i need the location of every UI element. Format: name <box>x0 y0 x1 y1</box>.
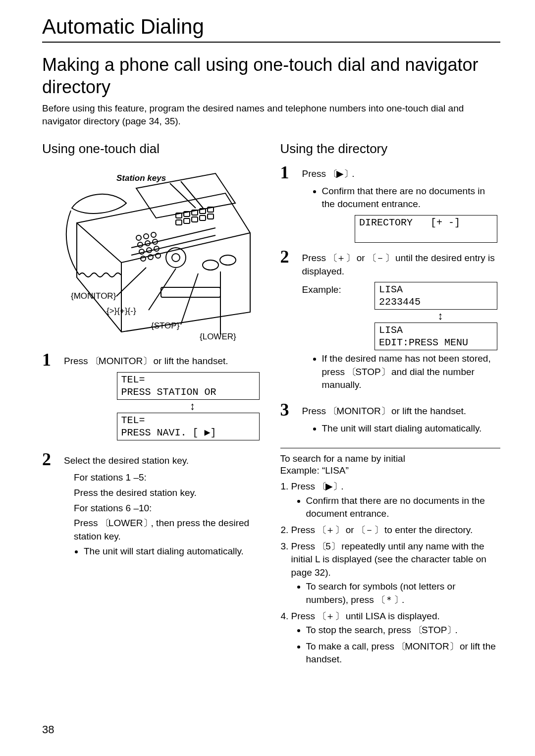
search-step-4: Press ＋ until LISA is displayed. To stop… <box>291 610 501 666</box>
lcd-display: LISA 2233445 <box>374 282 497 310</box>
bullet: To stop the search, press STOP. <box>306 624 501 637</box>
lcd-display: LISA EDIT:PRESS MENU <box>374 323 497 350</box>
text: Press <box>64 356 91 366</box>
right-step-1: 1 Press ▶. Confirm that there are no doc… <box>280 163 501 243</box>
lcd-display: DIRECTORY [+ -] <box>355 215 497 243</box>
text: Press <box>291 611 318 621</box>
minus-key: － <box>357 525 382 535</box>
svg-rect-11 <box>208 214 214 219</box>
stop-key: STOP <box>414 625 455 635</box>
bullet: To make a call, press MONITOR or lift th… <box>306 640 501 666</box>
text: to enter the directory. <box>382 525 473 535</box>
manual-page: Automatic Dialing Making a phone call us… <box>0 0 535 756</box>
svg-point-25 <box>172 254 180 262</box>
right-step-3: 3 Press MONITOR or lift the handset. The… <box>280 401 501 439</box>
search-example: Example: “LISA” <box>280 465 501 476</box>
svg-rect-10 <box>200 216 206 220</box>
bullet: Confirm that there are no documents in t… <box>306 494 501 521</box>
step-number: 1 <box>280 163 302 243</box>
lcd-display: TEL= PRESS NAVI. [ ▶] <box>117 413 260 440</box>
search-step-1: Press ▶. Confirm that there are no docum… <box>291 480 501 521</box>
left-step-1: 1 Press MONITOR or lift the handset. TEL… <box>42 351 263 445</box>
page-number: 38 <box>42 723 54 736</box>
svg-point-27 <box>220 255 236 265</box>
updown-arrow-icon: ↕ <box>383 311 497 322</box>
two-column-layout: Using one-touch dial <box>42 141 500 669</box>
svg-point-18 <box>139 249 144 254</box>
monitor-key: MONITOR <box>397 641 457 651</box>
right-heading: Using the directory <box>280 141 501 157</box>
step-number: 3 <box>280 401 302 439</box>
lcd-display: TEL= PRESS STATION OR <box>117 372 260 400</box>
text: . <box>341 481 343 491</box>
text: or lift the handset. <box>151 356 228 366</box>
text: Press <box>302 168 329 179</box>
text: Press <box>302 253 329 263</box>
svg-point-24 <box>166 248 186 268</box>
chapter-title: Automatic Dialing <box>42 15 500 43</box>
right-arrow-key: ▶ <box>328 168 352 179</box>
plus-key: ＋ <box>318 525 343 535</box>
search-step-3: Press 5 repeatedly until any name with t… <box>291 540 501 607</box>
svg-line-31 <box>181 273 198 324</box>
text: Press the desired station key. <box>74 486 263 500</box>
right-arrow-key: ▶ <box>318 481 341 491</box>
text: or <box>354 253 367 263</box>
svg-point-12 <box>136 235 141 240</box>
svg-point-14 <box>151 232 156 237</box>
svg-rect-8 <box>184 218 190 223</box>
text: or lift the handset. <box>389 406 466 416</box>
svg-line-30 <box>149 269 176 310</box>
svg-point-26 <box>203 260 218 270</box>
intro-text: Before using this feature, program the d… <box>42 102 500 127</box>
text: . <box>352 168 354 179</box>
digit-5-key: 5 <box>318 541 339 551</box>
example-label: Example: <box>302 282 341 297</box>
text: until LISA is displayed. <box>343 611 439 621</box>
text: Press <box>291 541 318 551</box>
minus-key: － <box>368 253 393 263</box>
updown-arrow-icon: ↕ <box>126 401 260 412</box>
fax-illustration <box>52 163 260 347</box>
left-step-2: 2 Select the desired station key. For st… <box>42 450 263 562</box>
stations-6-10-label: For stations 6 –10: <box>74 502 263 515</box>
text: Press <box>291 481 318 491</box>
text: To stop the search, press <box>306 625 414 635</box>
plus-key: ＋ <box>318 611 343 621</box>
step-number: 2 <box>280 248 302 396</box>
lower-key: LOWER <box>101 518 151 528</box>
left-heading: Using one-touch dial <box>42 141 263 157</box>
bullet: The unit will start dialing automaticall… <box>322 422 501 435</box>
svg-point-13 <box>144 234 149 239</box>
fax-machine-diagram: Station keys {MONITOR} {>}{+}{-} {STOP} … <box>52 163 260 347</box>
label-lower: {LOWER} <box>200 332 236 342</box>
separator <box>280 448 501 448</box>
plus-key: ＋ <box>328 253 354 263</box>
search-heading: To search for a name by initial <box>280 453 501 464</box>
monitor-key: MONITOR <box>91 356 151 366</box>
text: Press <box>302 406 329 416</box>
search-steps: Press ▶. Confirm that there are no docum… <box>280 480 501 666</box>
label-nav-keys: {>}{+}{-} <box>107 306 136 316</box>
page-title: Making a phone call using one-touch dial… <box>42 54 500 98</box>
svg-line-33 <box>170 183 196 208</box>
text: . <box>455 625 457 635</box>
text: Select the desired station key. <box>64 454 263 468</box>
label-stop: {STOP} <box>151 321 179 331</box>
search-step-2: Press ＋ or － to enter the directory. <box>291 524 501 537</box>
label-monitor: {MONITOR} <box>71 291 116 301</box>
left-column: Using one-touch dial <box>42 141 263 669</box>
asterisk-key: ＊ <box>376 594 402 605</box>
text: Press <box>291 525 318 535</box>
svg-rect-9 <box>192 217 198 222</box>
step-number: 2 <box>42 450 64 562</box>
right-column: Using the directory 1 Press ▶. Confirm t… <box>280 141 501 669</box>
text: To make a call, press <box>306 641 397 651</box>
bullet: If the desired name has not been stored,… <box>322 352 501 392</box>
text: Press <box>74 518 101 528</box>
monitor-key: MONITOR <box>328 406 388 416</box>
svg-point-21 <box>141 256 146 261</box>
right-step-2: 2 Press ＋ or － until the desired entry i… <box>280 248 501 396</box>
label-station-keys: Station keys <box>116 173 166 183</box>
bullet: The unit will start dialing automaticall… <box>84 545 263 558</box>
